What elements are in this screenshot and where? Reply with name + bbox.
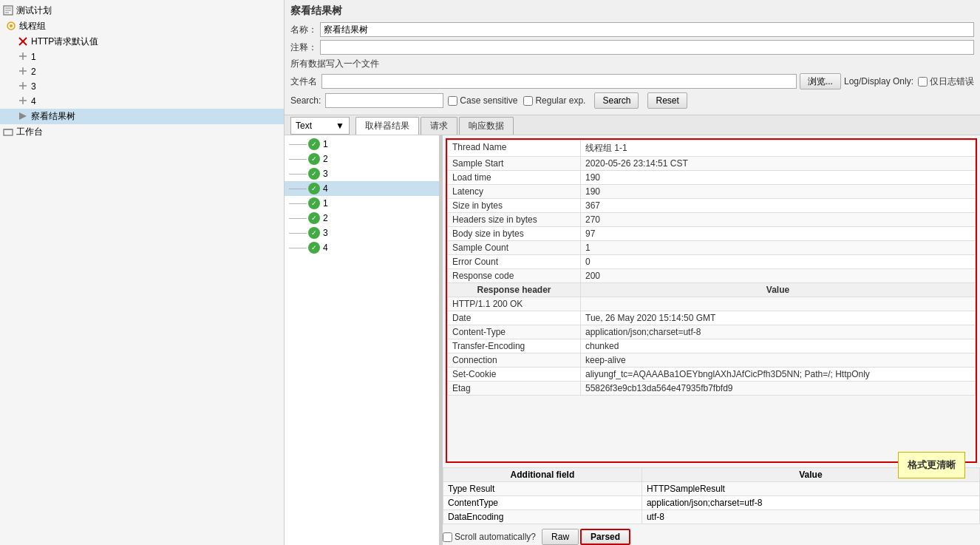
search-button[interactable]: Search (594, 92, 639, 109)
tree-item-label-sampler-2: 2 (31, 67, 36, 77)
response-header-value: Tue, 26 May 2020 15:14:50 GMT (581, 311, 976, 325)
tooltip-box: 格式更清晰 (898, 452, 965, 478)
sample-label-s6: 2 (323, 213, 328, 223)
tree-item-label-workbench: 工作台 (16, 126, 43, 138)
table-row: Error Count0 (448, 255, 976, 269)
tree-item-sampler-4[interactable]: 4 (0, 94, 284, 109)
response-header-value: chunked (581, 339, 976, 353)
response-header-key: Content-Type (448, 325, 581, 339)
tree-item-sampler-2[interactable]: 2 (0, 64, 284, 79)
details-panel: Thread Name线程组 1-1Sample Start2020-05-26… (443, 135, 980, 545)
tree-item-test-plan[interactable]: 测试计划 (0, 3, 284, 18)
sample-item-s5[interactable]: ——✓1 (285, 196, 439, 211)
tab-request[interactable]: 请求 (421, 117, 457, 135)
result-value: 0 (581, 255, 976, 269)
workbench-icon (3, 126, 13, 138)
tree-connector-icon: —— (289, 183, 307, 194)
log-error-checkbox[interactable] (918, 77, 928, 87)
result-table-wrapper: Thread Name线程组 1-1Sample Start2020-05-26… (446, 138, 977, 463)
check-icon: ✓ (308, 168, 320, 180)
svg-point-5 (10, 24, 13, 27)
plan-icon (3, 5, 13, 17)
result-value: 线程组 1-1 (581, 141, 976, 157)
additional-value: application/json;charset=utf-8 (642, 496, 979, 510)
result-key: Error Count (448, 255, 581, 269)
sampler-icon (18, 51, 28, 63)
regular-exp-checkbox[interactable] (523, 96, 533, 106)
sample-item-s8[interactable]: ——✓4 (285, 240, 439, 255)
file-input[interactable] (321, 74, 797, 89)
log-display-label: Log/Display Only: (844, 76, 913, 87)
right-header: 察看结果树 名称： 注释： 所有数据写入一个文件 文件名 浏览... Log/D… (285, 0, 980, 115)
tabs-row: Text ▼ 取样器结果请求响应数据 (285, 115, 980, 135)
additional-row: Type ResultHTTPSampleResult (443, 482, 980, 496)
tree-item-thread-group[interactable]: 线程组 (0, 18, 284, 34)
search-input[interactable] (325, 93, 443, 108)
result-key: Latency (448, 185, 581, 199)
sample-item-s1[interactable]: ——✓1 (285, 137, 439, 152)
table-row: Headers size in bytes270 (448, 213, 976, 227)
check-icon: ✓ (308, 153, 320, 165)
sample-item-s7[interactable]: ——✓3 (285, 226, 439, 240)
tree-item-http-defaults[interactable]: HTTP请求默认值 (0, 34, 284, 50)
table-row: Response code200 (448, 269, 976, 283)
response-header-row: DateTue, 26 May 2020 15:14:50 GMT (448, 311, 976, 325)
tree-item-sampler-1[interactable]: 1 (0, 50, 284, 64)
response-header-value: 55826f3e9cb13da564e47935fb7fbfd9 (581, 382, 976, 396)
result-key: Size in bytes (448, 199, 581, 213)
case-sensitive-checkbox[interactable] (448, 96, 457, 106)
response-header-row: Transfer-Encodingchunked (448, 339, 976, 353)
result-value: 190 (581, 171, 976, 185)
table-row: Sample Start2020-05-26 23:14:51 CST (448, 157, 976, 171)
raw-button[interactable]: Raw (542, 529, 579, 545)
browse-button[interactable]: 浏览... (800, 73, 841, 89)
additional-value: utf-8 (642, 510, 979, 524)
case-sensitive-label[interactable]: Case sensitive (448, 95, 517, 106)
response-header-key: Set-Cookie (448, 368, 581, 382)
scroll-auto-label[interactable]: Scroll automatically? (443, 532, 536, 542)
sample-item-s2[interactable]: ——✓2 (285, 152, 439, 166)
sample-item-s6[interactable]: ——✓2 (285, 211, 439, 226)
log-display-options: Log/Display Only: 仅日志错误 (844, 75, 974, 88)
result-key: Response code (448, 269, 581, 283)
table-row: Body size in bytes97 (448, 227, 976, 241)
tree-connector-icon: —— (289, 198, 307, 209)
table-row: Size in bytes367 (448, 199, 976, 213)
check-icon: ✓ (308, 138, 320, 150)
name-input[interactable] (320, 22, 974, 37)
regular-exp-label[interactable]: Regular exp. (523, 95, 585, 106)
tab-response-data[interactable]: 响应数据 (459, 117, 514, 135)
log-error-label: 仅日志错误 (930, 75, 974, 88)
tree-connector-icon: —— (289, 243, 307, 253)
sample-item-s4[interactable]: ——✓4 (285, 181, 439, 196)
reset-button[interactable]: Reset (647, 92, 687, 109)
result-value: 97 (581, 227, 976, 241)
left-tree-panel: 测试计划线程组HTTP请求默认值1234察看结果树工作台 (0, 0, 285, 545)
tooltip-text: 格式更清晰 (908, 459, 956, 470)
tree-item-workbench[interactable]: 工作台 (0, 124, 284, 140)
dropdown-arrow-icon: ▼ (336, 121, 344, 131)
tree-connector-icon: —— (289, 169, 307, 179)
response-header-row: HTTP/1.1 200 OK (448, 297, 976, 311)
tree-item-listener[interactable]: 察看结果树 (0, 109, 284, 124)
text-dropdown[interactable]: Text ▼ (290, 117, 350, 135)
tree-connector-icon: —— (289, 139, 307, 149)
parsed-button[interactable]: Parsed (580, 529, 630, 545)
raw-parsed-buttons: Raw Parsed (542, 529, 630, 545)
log-error-checkbox-label[interactable]: 仅日志错误 (918, 75, 974, 88)
scroll-auto-checkbox[interactable] (443, 532, 452, 542)
tree-item-label-sampler-3: 3 (31, 81, 36, 92)
comment-input[interactable] (320, 40, 974, 55)
response-header-row: Etag55826f3e9cb13da564e47935fb7fbfd9 (448, 382, 976, 396)
tree-item-sampler-3[interactable]: 3 (0, 79, 284, 94)
additional-key: Type Result (443, 482, 642, 496)
tab-sampler-result[interactable]: 取样器结果 (355, 117, 419, 135)
sample-item-s3[interactable]: ——✓3 (285, 166, 439, 181)
response-header-label: Response header (448, 283, 581, 297)
panel-title: 察看结果树 (290, 4, 974, 18)
result-value: 2020-05-26 23:14:51 CST (581, 157, 976, 171)
result-value: 270 (581, 213, 976, 227)
sample-label-s2: 2 (323, 154, 328, 164)
table-row: Sample Count1 (448, 241, 976, 255)
additional-field-header: Additional field (443, 468, 642, 482)
